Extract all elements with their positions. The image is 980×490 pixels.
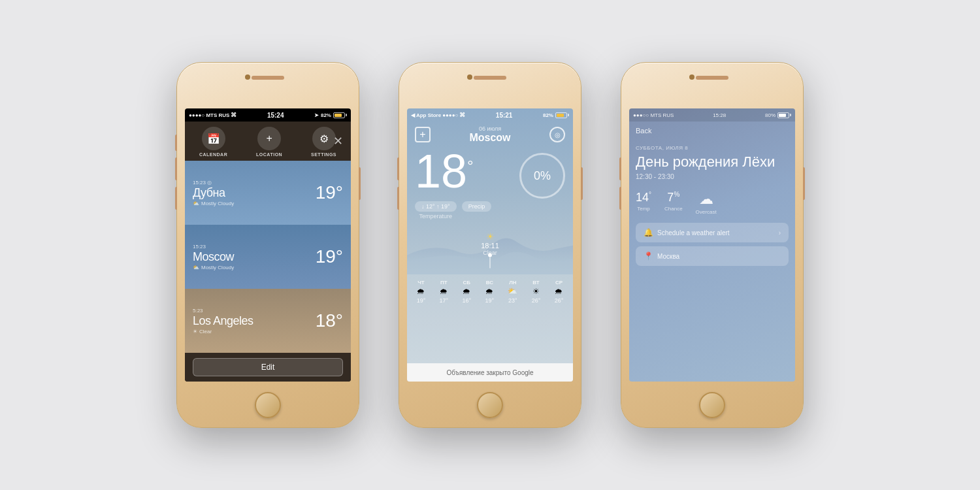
phone-2: ◀ App Store ●●●●○ ⌘ 15:21 82% + 06 июл [399, 62, 581, 428]
phone1-wifi-icon: ⌘ [231, 112, 237, 118]
phone-3: ●●●○○ MTS RUS 15:28 80% Back СУББОТА, ИЮ… [621, 62, 804, 428]
sun-icon: ☀ [481, 231, 499, 242]
phone1-status-bar: ●●●●○ MTS RUS ⌘ 15:24 ➤ 82% [185, 108, 351, 122]
phone2-temp: 18° [415, 145, 474, 197]
schedule-alert-label: Schedule a weather alert [657, 229, 730, 237]
phone1-status-right: ➤ 82% [314, 112, 347, 118]
phone3-event-title: День рождения Лёхи [636, 154, 789, 171]
city-row-1[interactable]: 15:23 ◎ Дубна ⛅ Mostly Cloudy 19° [185, 161, 351, 225]
phone1-camera [245, 74, 250, 80]
settings-icon: ⚙ [312, 127, 336, 150]
phone2-precip: 0% [534, 169, 551, 183]
location-dot-icon: ◎ [207, 180, 212, 186]
edit-button[interactable]: Edit [193, 358, 343, 376]
city-1-info: 15:23 ◎ Дубна ⛅ Mostly Cloudy [193, 180, 316, 206]
phone2-camera [467, 74, 472, 80]
phone1-screen: ●●●●○ MTS RUS ⌘ 15:24 ➤ 82% 📅 CALEN [185, 108, 351, 382]
location-left: 📍 Москва [644, 252, 679, 261]
close-icon[interactable]: ✕ [333, 134, 343, 148]
city-row-3[interactable]: 5:23 Los Angeles ☀ Clear 18° [185, 289, 351, 353]
edit-section: Edit [185, 353, 351, 382]
city-2-info: 15:23 Moscow ⛅ Mostly Cloudy [193, 244, 316, 270]
phone1-status-left: ●●●●○ MTS RUS ⌘ [189, 112, 237, 118]
add-button[interactable]: + [415, 127, 431, 142]
phone-1: ●●●●○ MTS RUS ⌘ 15:24 ➤ 82% 📅 CALEN [176, 62, 359, 428]
city-1-temp: 19° [316, 182, 343, 203]
city-3-condition: ☀ Clear [193, 329, 316, 335]
phone1-carrier: ●●●●○ MTS RUS [189, 112, 229, 118]
pin-icon: 📍 [644, 252, 653, 261]
phone2-screen: ◀ App Store ●●●●○ ⌘ 15:21 82% + 06 июл [407, 108, 573, 382]
temp-range-btn[interactable]: ↓ 12° ↑ 19° [415, 201, 457, 212]
phone3-temp-item: 14° Temp [636, 191, 651, 215]
schedule-alert-button[interactable]: 🔔 Schedule a weather alert › [636, 223, 789, 242]
city-3-time: 5:23 [193, 308, 316, 314]
phone2-back[interactable]: ◀ App Store [411, 112, 441, 118]
phone2-sun-section: ☀ 18:11 Clear [478, 229, 502, 259]
forecast-day-6: СР 🌧 26° [555, 280, 564, 361]
phone2-mountain: ☀ 18:11 Clear [407, 222, 573, 274]
phone3-condition-item: ☁ Overcast [696, 191, 717, 215]
target-button[interactable]: ◎ [549, 127, 565, 142]
phone2-status-left: ◀ App Store ●●●●○ ⌘ [411, 112, 465, 118]
phone2-temp-section: 18° [415, 148, 474, 195]
forecast-day-1: ПТ 🌧 17° [440, 280, 449, 361]
phone2-date: 06 июля [431, 125, 549, 132]
phone2-home-button[interactable] [477, 392, 503, 418]
schedule-alert-left: 🔔 Schedule a weather alert [644, 228, 730, 237]
phone1-time: 15:24 [267, 112, 284, 119]
phone3-weather-section: 14° Temp 7% Chance ☁ Overcast [629, 187, 795, 219]
phone2-sun-condition: Clear [481, 250, 499, 256]
phone2-precip-label-section: Precip [462, 201, 492, 220]
sun-icon: ☀ [193, 329, 197, 335]
overcast-icon: ☁ [699, 191, 713, 208]
cloud2-icon: ⛅ [193, 265, 199, 270]
phone3-condition-label: Overcast [696, 209, 717, 215]
location-button[interactable]: 📍 Москва [636, 246, 789, 266]
city-3-name: Los Angeles [193, 314, 316, 328]
calendar-icon: 📅 [202, 127, 225, 150]
settings-label: SETTINGS [311, 152, 336, 157]
phone1-volume-silent [175, 135, 177, 151]
phone3-volume-up [619, 157, 621, 180]
phone3-speaker [696, 76, 728, 80]
forecast-day-3: ВС 🌧 19° [485, 280, 494, 361]
phone3-back-button[interactable]: Back [636, 127, 651, 135]
phone3-header: Back [629, 122, 795, 139]
phone3-event-section: СУББОТА, ИЮЛЯ 8 День рождения Лёхи 12:30… [629, 139, 795, 187]
precip-label-btn[interactable]: Precip [462, 201, 492, 212]
city-1-name: Дубна [193, 186, 316, 200]
phone2-city: Moscow [431, 132, 549, 144]
phone1-battery [333, 112, 347, 118]
calendar-label: CALENDAR [199, 152, 227, 157]
chevron-right-icon: › [779, 229, 781, 237]
phone1-gps-icon: ➤ [314, 112, 319, 118]
phone1-home-button[interactable] [255, 392, 281, 418]
phone1-toolbar: 📅 CALENDAR + LOCATION ⚙ SETTINGS ✕ [185, 122, 351, 161]
phone3-battery [777, 112, 791, 118]
phone2-sun-time: 18:11 [481, 242, 499, 250]
city-2-condition: ⛅ Mostly Cloudy [193, 265, 316, 270]
phone1-volume-down [175, 187, 177, 210]
phone2-date-city: 06 июля Moscow [431, 125, 549, 144]
location-icon: + [257, 127, 281, 150]
phone2-status-bar: ◀ App Store ●●●●○ ⌘ 15:21 82% [407, 108, 573, 122]
phone2-volume-up [397, 157, 399, 180]
phone2-speaker [474, 76, 506, 80]
temp-label: Temperature [415, 213, 457, 220]
toolbar-calendar[interactable]: 📅 CALENDAR [199, 127, 227, 157]
phone2-power-button [581, 167, 583, 200]
phone3-carrier: ●●●○○ MTS RUS [633, 112, 674, 118]
phone3-home-button[interactable] [699, 392, 725, 418]
phone2-volume-down [397, 187, 399, 210]
phone3-temp-label: Temp [637, 206, 650, 212]
phone2-time: 15:21 [496, 112, 513, 119]
city-3-temp: 18° [316, 310, 343, 331]
phone2-status-right: 82% [543, 112, 569, 118]
phone2-precip-circle: 0% [519, 153, 565, 199]
forecast-day-0: ЧТ 🌧 19° [417, 280, 426, 361]
phone3-chance-label: Chance [664, 206, 683, 212]
toolbar-location[interactable]: + LOCATION [256, 127, 282, 157]
city-row-2[interactable]: 15:23 Moscow ⛅ Mostly Cloudy 19° [185, 225, 351, 289]
phone3-volume-down [619, 187, 621, 210]
